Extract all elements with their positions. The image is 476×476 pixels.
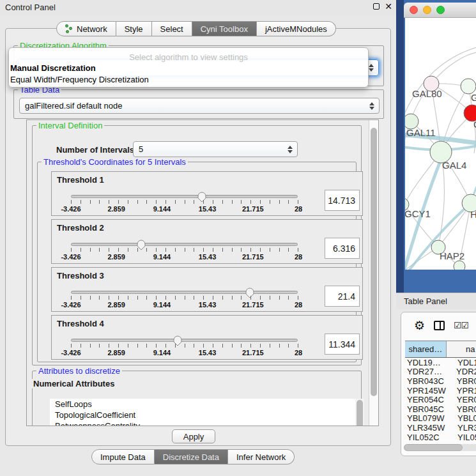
table-scrollbar-thumb[interactable] — [404, 444, 463, 451]
scale-tick-label: 2.859 — [107, 253, 125, 261]
table-cell[interactable]: YPR14 — [450, 386, 476, 395]
scale-tick-label: 15.43 — [199, 253, 217, 261]
table-row[interactable]: YBL079WYBL07 — [405, 414, 476, 424]
threshold-value-field[interactable]: 14.713 — [325, 190, 360, 211]
table-row[interactable]: YBR043CYBR04 — [405, 376, 476, 386]
tab-jactivemnodules[interactable]: jActiveMNodules — [257, 21, 336, 36]
table-horizontal-scrollbar[interactable] — [404, 444, 476, 451]
number-of-intervals-combobox[interactable]: 5 — [133, 141, 298, 157]
table-cell[interactable]: YIL05 — [451, 433, 476, 441]
table-cell[interactable]: YDL19… — [405, 358, 451, 367]
settings-scrollbar-thumb[interactable] — [371, 128, 377, 396]
attribute-list-item[interactable]: TopologicalCoefficient — [50, 410, 355, 420]
table-cell[interactable]: YBL079W — [405, 413, 451, 423]
table-cell[interactable]: YPR145W — [405, 386, 450, 395]
scale-tick-label: 21.715 — [242, 253, 264, 261]
table-data-value: galFiltered.sif default node — [25, 101, 122, 111]
table-cell[interactable]: YIL052C — [405, 433, 451, 441]
tab-discretize-data[interactable]: Discretize Data — [155, 449, 228, 464]
network-node[interactable] — [454, 261, 465, 270]
algorithm-popup: Select algorithm to view settings Manual… — [8, 47, 369, 88]
float-window-icon[interactable] — [373, 3, 380, 10]
table-row[interactable]: YIL052CYIL05 — [405, 433, 476, 441]
table-settings-gear-icon[interactable]: ⚙ — [414, 319, 425, 332]
attributes-scrollbar[interactable] — [355, 399, 364, 426]
settings-scrollbar[interactable] — [369, 120, 378, 426]
table-cell[interactable]: YBR043C — [405, 376, 450, 386]
network-node-label: GA — [471, 92, 476, 103]
tab-select[interactable]: Select — [152, 21, 192, 36]
attributes-scrollbar-thumb[interactable] — [357, 400, 363, 426]
network-window-titlebar[interactable] — [404, 3, 476, 18]
select-columns-icon[interactable]: ☑☑ — [454, 321, 468, 330]
tab-network[interactable]: Network — [56, 21, 116, 36]
network-view[interactable]: GAL80GACGAL11GAL4GCY1HHAP2 — [405, 18, 476, 270]
threshold-slider-track[interactable] — [71, 195, 298, 198]
threshold-slider-track[interactable] — [71, 291, 298, 294]
scale-tick-label: 21.715 — [242, 349, 264, 357]
threshold-row-2: Threshold 2 -3.4262.8599.14415.4321.7152… — [51, 219, 363, 264]
threshold-row-4: Threshold 4 -3.4262.8599.14415.4321.7152… — [51, 315, 363, 360]
top-tab-bar: Network Style Select Cyni Toolbox jActiv… — [56, 21, 336, 36]
table-panel-title: Table Panel — [404, 296, 447, 306]
tab-impute-data[interactable]: Impute Data — [91, 449, 155, 464]
network-canvas[interactable]: GAL80GACGAL11GAL4GCY1HHAP2 — [405, 18, 476, 270]
slider-scale: -3.4262.8599.14415.4321.71528 — [71, 205, 298, 213]
combo-stepper-icon — [288, 146, 293, 153]
table-row[interactable]: YDL19…YDL19 — [405, 358, 476, 367]
scale-tick-label: 2.859 — [107, 301, 125, 309]
scale-tick-label: -3.426 — [61, 253, 81, 261]
table-cell[interactable]: YBR045C — [405, 404, 450, 414]
popup-item-equal-width-frequency[interactable]: Equal Width/Frequency Discretization — [10, 75, 149, 84]
split-columns-icon[interactable] — [434, 321, 445, 330]
tab-label: Discretize Data — [163, 452, 219, 462]
table-cell[interactable]: YER054C — [405, 395, 450, 404]
threshold-value-field[interactable]: 21.4 — [325, 286, 360, 307]
node-table[interactable]: shared… na YDL19…YDL19YDR27…YDR27YBR043C… — [405, 341, 476, 441]
tab-style[interactable]: Style — [116, 21, 152, 36]
numerical-attributes-list[interactable]: SelfLoopsTopologicalCoefficientBetweenne… — [50, 399, 355, 426]
table-row[interactable]: YLR345WYLR34 — [405, 423, 476, 433]
scale-tick-label: 21.715 — [242, 301, 264, 309]
threshold-slider-track[interactable] — [71, 339, 298, 342]
table-cell[interactable]: YBL07 — [451, 413, 476, 423]
minimize-traffic-light-icon[interactable] — [423, 6, 431, 14]
slider-scale: -3.4262.8599.14415.4321.71528 — [71, 349, 298, 357]
threshold-value-field[interactable]: 6.316 — [325, 238, 360, 259]
table-cell[interactable]: YBR04 — [450, 404, 476, 414]
zoom-traffic-light-icon[interactable] — [436, 6, 445, 14]
threshold-slider-track[interactable] — [71, 243, 298, 246]
table-cell[interactable]: YER05 — [450, 395, 476, 404]
column-header-name[interactable]: na — [447, 341, 476, 357]
tab-label: Cyni Toolbox — [201, 24, 248, 34]
table-cell[interactable]: YDR27… — [405, 367, 450, 376]
column-header-shared-name[interactable]: shared… — [405, 341, 447, 357]
tab-infer-network[interactable]: Infer Network — [228, 449, 295, 464]
table-cell[interactable]: YLR345W — [405, 423, 451, 433]
table-cell[interactable]: YDL19 — [451, 358, 476, 367]
table-cell[interactable]: YDR27 — [450, 367, 476, 376]
table-row[interactable]: YDR27…YDR27 — [405, 367, 476, 377]
table-row[interactable]: YER054CYER05 — [405, 395, 476, 404]
popup-item-manual-discretization[interactable]: Manual Discretization — [10, 63, 96, 73]
attribute-list-item[interactable]: BetweennessCentrality — [50, 420, 355, 426]
table-data-combobox[interactable]: galFiltered.sif default node — [19, 98, 380, 114]
close-panel-icon[interactable]: ✕ — [385, 2, 392, 11]
network-node-label: GAL11 — [406, 127, 436, 138]
scale-tick-label: 2.859 — [107, 205, 125, 213]
interval-definition-label: Interval Definition — [36, 121, 104, 130]
scale-tick-label: 2.859 — [107, 349, 125, 357]
table-row[interactable]: YBR045CYBR04 — [405, 404, 476, 414]
settings-viewport: Interval Definition Number of Intervals … — [26, 119, 379, 426]
table-cell[interactable]: YLR34 — [451, 423, 476, 433]
slider-ticks — [71, 344, 298, 348]
table-row[interactable]: YPR145WYPR14 — [405, 386, 476, 395]
threshold-value-field[interactable]: 11.344 — [325, 334, 360, 355]
bottom-tab-bar: Impute Data Discretize Data Infer Networ… — [91, 449, 295, 464]
apply-button[interactable]: Apply — [172, 429, 215, 443]
interval-definition-group: Interval Definition Number of Intervals … — [32, 125, 362, 365]
table-cell[interactable]: YBR04 — [450, 376, 476, 386]
close-traffic-light-icon[interactable] — [410, 6, 418, 14]
tab-cyni-toolbox[interactable]: Cyni Toolbox — [192, 21, 257, 36]
attribute-list-item[interactable]: SelfLoops — [50, 399, 355, 410]
